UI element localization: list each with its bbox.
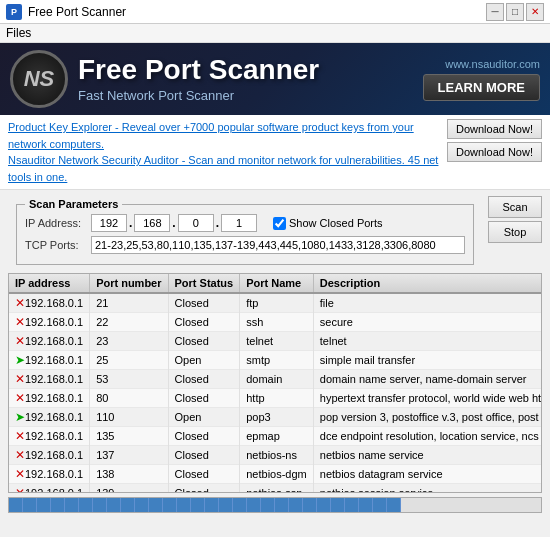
table-row: ✕ 192.168.0.1 80 Closed http hypertext t…	[9, 389, 542, 408]
status-closed-icon: ✕	[15, 315, 25, 329]
action-buttons: Scan Stop	[488, 194, 542, 243]
progress-segment	[149, 498, 163, 512]
banner-title: Free Port Scanner	[78, 55, 413, 86]
learn-more-button[interactable]: LEARN MORE	[423, 74, 540, 101]
cell-ip: ✕ 192.168.0.1	[9, 370, 90, 389]
progress-segment	[331, 498, 345, 512]
cell-status: Closed	[168, 427, 240, 446]
status-closed-icon: ✕	[15, 372, 25, 386]
minimize-button[interactable]: ─	[486, 3, 504, 21]
progress-segment	[65, 498, 79, 512]
download-button-2[interactable]: Download Now!	[447, 142, 542, 162]
cell-name: pop3	[240, 408, 314, 427]
promo-link-1[interactable]: Product Key Explorer - Reveal over +7000…	[8, 119, 439, 152]
status-open-icon: ➤	[15, 410, 25, 424]
progress-segment	[121, 498, 135, 512]
status-closed-icon: ✕	[15, 334, 25, 348]
cell-status: Closed	[168, 446, 240, 465]
ip-address-field: . . .	[91, 214, 257, 232]
ip-octet-4[interactable]	[221, 214, 257, 232]
status-closed-icon: ✕	[15, 448, 25, 462]
cell-desc: domain name server, name-domain server	[313, 370, 542, 389]
cell-desc: hypertext transfer protocol, world wide …	[313, 389, 542, 408]
close-button[interactable]: ✕	[526, 3, 544, 21]
cell-ip: ➤ 192.168.0.1	[9, 408, 90, 427]
show-closed-ports-checkbox[interactable]	[273, 217, 286, 230]
cell-port: 22	[90, 313, 168, 332]
col-desc: Description	[313, 274, 542, 293]
cell-ip: ✕ 192.168.0.1	[9, 465, 90, 484]
params-legend: Scan Parameters	[25, 198, 122, 210]
cell-desc: simple mail transfer	[313, 351, 542, 370]
ip-octet-2[interactable]	[134, 214, 170, 232]
download-buttons: Download Now! Download Now!	[447, 119, 542, 162]
ip-octet-1[interactable]	[91, 214, 127, 232]
progress-segment	[219, 498, 233, 512]
cell-name: epmap	[240, 427, 314, 446]
progress-segment	[177, 498, 191, 512]
progress-segment	[275, 498, 289, 512]
cell-name: ftp	[240, 293, 314, 313]
cell-ip: ✕ 192.168.0.1	[9, 484, 90, 494]
stop-button[interactable]: Stop	[488, 221, 542, 243]
progress-segment	[93, 498, 107, 512]
promo-area: Product Key Explorer - Reveal over +7000…	[0, 115, 550, 190]
cell-ip: ✕ 192.168.0.1	[9, 389, 90, 408]
progress-segment	[373, 498, 387, 512]
progress-segment	[107, 498, 121, 512]
cell-status: Closed	[168, 370, 240, 389]
progress-segment	[9, 498, 23, 512]
download-button-1[interactable]: Download Now!	[447, 119, 542, 139]
cell-desc: secure	[313, 313, 542, 332]
status-closed-icon: ✕	[15, 296, 25, 310]
cell-port: 25	[90, 351, 168, 370]
col-name: Port Name	[240, 274, 314, 293]
progress-segment	[37, 498, 51, 512]
progress-segment	[345, 498, 359, 512]
cell-ip: ✕ 192.168.0.1	[9, 427, 90, 446]
app-icon: P	[6, 4, 22, 20]
cell-status: Open	[168, 408, 240, 427]
table-row: ✕ 192.168.0.1 53 Closed domain domain na…	[9, 370, 542, 389]
progress-segment	[79, 498, 93, 512]
progress-segment	[23, 498, 37, 512]
table-row: ✕ 192.168.0.1 138 Closed netbios-dgm net…	[9, 465, 542, 484]
table-row: ➤ 192.168.0.1 25 Open smtp simple mail t…	[9, 351, 542, 370]
progress-segment	[317, 498, 331, 512]
cell-status: Closed	[168, 389, 240, 408]
cell-desc: pop version 3, postoffice v.3, post offi…	[313, 408, 542, 427]
cell-name: http	[240, 389, 314, 408]
cell-port: 135	[90, 427, 168, 446]
progress-segment	[387, 498, 401, 512]
banner-text: Free Port Scanner Fast Network Port Scan…	[78, 55, 413, 103]
maximize-button[interactable]: □	[506, 3, 524, 21]
col-port: Port number	[90, 274, 168, 293]
table-header-row: IP address Port number Port Status Port …	[9, 274, 542, 293]
promo-links: Product Key Explorer - Reveal over +7000…	[8, 119, 439, 185]
cell-desc: netbios datagram service	[313, 465, 542, 484]
tcp-ports-input[interactable]	[91, 236, 465, 254]
promo-link-2[interactable]: Nsauditor Network Security Auditor - Sca…	[8, 152, 439, 185]
window-controls: ─ □ ✕	[486, 3, 544, 21]
progress-segment	[261, 498, 275, 512]
cell-port: 21	[90, 293, 168, 313]
progress-segment	[135, 498, 149, 512]
ns-logo: NS	[10, 50, 68, 108]
show-closed-ports-label: Show Closed Ports	[273, 217, 383, 230]
cell-name: smtp	[240, 351, 314, 370]
progress-bar	[8, 497, 542, 513]
cell-ip: ✕ 192.168.0.1	[9, 313, 90, 332]
cell-status: Open	[168, 351, 240, 370]
cell-desc: netbios session service	[313, 484, 542, 494]
cell-name: netbios-ns	[240, 446, 314, 465]
scan-button[interactable]: Scan	[488, 196, 542, 218]
col-ip: IP address	[9, 274, 90, 293]
status-open-icon: ➤	[15, 353, 25, 367]
cell-port: 137	[90, 446, 168, 465]
cell-desc: netbios name service	[313, 446, 542, 465]
ip-octet-3[interactable]	[178, 214, 214, 232]
progress-segment	[233, 498, 247, 512]
menu-files[interactable]: Files	[6, 26, 31, 40]
cell-name: telnet	[240, 332, 314, 351]
table-row: ✕ 192.168.0.1 139 Closed netbios-ssn net…	[9, 484, 542, 494]
